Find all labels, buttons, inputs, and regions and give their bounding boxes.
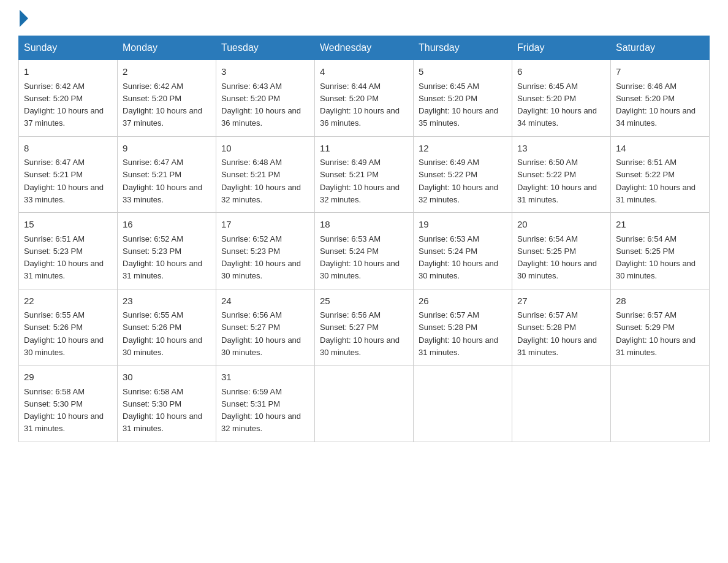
calendar-week-2: 8 Sunrise: 6:47 AMSunset: 5:21 PMDayligh… [19, 136, 710, 213]
day-header-wednesday: Wednesday [315, 36, 414, 60]
day-number: 6 [517, 65, 605, 79]
day-number: 18 [320, 218, 408, 232]
calendar-cell: 12 Sunrise: 6:49 AMSunset: 5:22 PMDaylig… [414, 136, 512, 213]
day-number: 29 [24, 370, 112, 385]
day-number: 1 [24, 65, 112, 79]
calendar-header-row: SundayMondayTuesdayWednesdayThursdayFrid… [19, 36, 710, 60]
day-number: 11 [320, 142, 408, 156]
calendar-week-4: 22 Sunrise: 6:55 AMSunset: 5:26 PMDaylig… [19, 289, 710, 366]
day-number: 3 [221, 65, 309, 79]
calendar-cell: 5 Sunrise: 6:45 AMSunset: 5:20 PMDayligh… [414, 60, 512, 137]
day-info: Sunrise: 6:50 AMSunset: 5:22 PMDaylight:… [517, 158, 597, 204]
calendar-cell: 29 Sunrise: 6:58 AMSunset: 5:30 PMDaylig… [19, 366, 118, 442]
day-info: Sunrise: 6:45 AMSunset: 5:20 PMDaylight:… [419, 82, 498, 128]
day-info: Sunrise: 6:48 AMSunset: 5:21 PMDaylight:… [221, 158, 301, 204]
day-info: Sunrise: 6:42 AMSunset: 5:20 PMDaylight:… [24, 82, 104, 128]
calendar-cell: 31 Sunrise: 6:59 AMSunset: 5:31 PMDaylig… [216, 366, 315, 442]
day-number: 12 [419, 142, 507, 156]
calendar-cell: 23 Sunrise: 6:55 AMSunset: 5:26 PMDaylig… [118, 289, 216, 366]
calendar-cell: 16 Sunrise: 6:52 AMSunset: 5:23 PMDaylig… [118, 213, 216, 289]
calendar-cell: 3 Sunrise: 6:43 AMSunset: 5:20 PMDayligh… [216, 60, 315, 137]
day-number: 7 [616, 65, 704, 79]
day-info: Sunrise: 6:43 AMSunset: 5:20 PMDaylight:… [221, 82, 301, 128]
day-info: Sunrise: 6:46 AMSunset: 5:20 PMDaylight:… [616, 82, 696, 128]
day-info: Sunrise: 6:51 AMSunset: 5:22 PMDaylight:… [616, 158, 696, 204]
day-number: 21 [616, 218, 704, 232]
day-number: 30 [123, 370, 211, 385]
calendar-cell: 22 Sunrise: 6:55 AMSunset: 5:26 PMDaylig… [19, 289, 118, 366]
day-number: 17 [221, 218, 309, 232]
day-number: 13 [517, 142, 605, 156]
page-header [18, 12, 710, 23]
day-header-sunday: Sunday [19, 36, 118, 60]
day-number: 9 [123, 142, 211, 156]
day-info: Sunrise: 6:57 AMSunset: 5:29 PMDaylight:… [616, 310, 696, 357]
day-info: Sunrise: 6:45 AMSunset: 5:20 PMDaylight:… [517, 82, 597, 128]
day-info: Sunrise: 6:44 AMSunset: 5:20 PMDaylight:… [320, 82, 400, 128]
calendar-cell: 13 Sunrise: 6:50 AMSunset: 5:22 PMDaylig… [512, 136, 611, 213]
day-info: Sunrise: 6:49 AMSunset: 5:21 PMDaylight:… [320, 158, 400, 204]
day-info: Sunrise: 6:51 AMSunset: 5:23 PMDaylight:… [24, 234, 104, 281]
calendar-cell: 18 Sunrise: 6:53 AMSunset: 5:24 PMDaylig… [315, 213, 414, 289]
calendar-cell: 27 Sunrise: 6:57 AMSunset: 5:28 PMDaylig… [512, 289, 611, 366]
calendar-cell: 2 Sunrise: 6:42 AMSunset: 5:20 PMDayligh… [118, 60, 216, 137]
calendar-cell: 11 Sunrise: 6:49 AMSunset: 5:21 PMDaylig… [315, 136, 414, 213]
day-number: 14 [616, 142, 704, 156]
calendar-cell: 30 Sunrise: 6:58 AMSunset: 5:30 PMDaylig… [118, 366, 216, 442]
calendar-cell [315, 366, 414, 442]
day-number: 31 [221, 370, 309, 385]
day-number: 28 [616, 294, 704, 308]
calendar-cell: 26 Sunrise: 6:57 AMSunset: 5:28 PMDaylig… [414, 289, 512, 366]
day-number: 23 [123, 294, 211, 308]
calendar-week-5: 29 Sunrise: 6:58 AMSunset: 5:30 PMDaylig… [19, 366, 710, 442]
day-info: Sunrise: 6:57 AMSunset: 5:28 PMDaylight:… [517, 310, 597, 357]
calendar-cell: 24 Sunrise: 6:56 AMSunset: 5:27 PMDaylig… [216, 289, 315, 366]
day-info: Sunrise: 6:53 AMSunset: 5:24 PMDaylight:… [419, 234, 498, 281]
calendar-cell: 15 Sunrise: 6:51 AMSunset: 5:23 PMDaylig… [19, 213, 118, 289]
day-info: Sunrise: 6:47 AMSunset: 5:21 PMDaylight:… [24, 158, 104, 204]
day-info: Sunrise: 6:42 AMSunset: 5:20 PMDaylight:… [123, 82, 202, 128]
day-number: 22 [24, 294, 112, 308]
calendar-cell [414, 366, 512, 442]
logo [18, 12, 28, 23]
calendar-cell: 4 Sunrise: 6:44 AMSunset: 5:20 PMDayligh… [315, 60, 414, 137]
calendar-cell [512, 366, 611, 442]
calendar-cell: 14 Sunrise: 6:51 AMSunset: 5:22 PMDaylig… [611, 136, 710, 213]
calendar-cell: 21 Sunrise: 6:54 AMSunset: 5:25 PMDaylig… [611, 213, 710, 289]
day-number: 2 [123, 65, 211, 79]
day-info: Sunrise: 6:57 AMSunset: 5:28 PMDaylight:… [419, 310, 498, 357]
day-number: 19 [419, 218, 507, 232]
day-number: 16 [123, 218, 211, 232]
day-number: 27 [517, 294, 605, 308]
calendar-week-1: 1 Sunrise: 6:42 AMSunset: 5:20 PMDayligh… [19, 60, 710, 137]
day-number: 25 [320, 294, 408, 308]
day-header-thursday: Thursday [414, 36, 512, 60]
day-info: Sunrise: 6:52 AMSunset: 5:23 PMDaylight:… [123, 234, 202, 281]
calendar-cell: 7 Sunrise: 6:46 AMSunset: 5:20 PMDayligh… [611, 60, 710, 137]
day-header-monday: Monday [118, 36, 216, 60]
day-info: Sunrise: 6:58 AMSunset: 5:30 PMDaylight:… [123, 387, 202, 434]
day-number: 24 [221, 294, 309, 308]
day-header-saturday: Saturday [611, 36, 710, 60]
day-info: Sunrise: 6:49 AMSunset: 5:22 PMDaylight:… [419, 158, 498, 204]
day-info: Sunrise: 6:47 AMSunset: 5:21 PMDaylight:… [123, 158, 202, 204]
calendar-table: SundayMondayTuesdayWednesdayThursdayFrid… [18, 36, 710, 442]
calendar-cell: 1 Sunrise: 6:42 AMSunset: 5:20 PMDayligh… [19, 60, 118, 137]
day-info: Sunrise: 6:55 AMSunset: 5:26 PMDaylight:… [123, 310, 202, 357]
calendar-cell [611, 366, 710, 442]
day-info: Sunrise: 6:56 AMSunset: 5:27 PMDaylight:… [221, 310, 301, 357]
day-info: Sunrise: 6:53 AMSunset: 5:24 PMDaylight:… [320, 234, 400, 281]
calendar-cell: 8 Sunrise: 6:47 AMSunset: 5:21 PMDayligh… [19, 136, 118, 213]
day-header-tuesday: Tuesday [216, 36, 315, 60]
day-number: 5 [419, 65, 507, 79]
calendar-cell: 10 Sunrise: 6:48 AMSunset: 5:21 PMDaylig… [216, 136, 315, 213]
calendar-cell: 19 Sunrise: 6:53 AMSunset: 5:24 PMDaylig… [414, 213, 512, 289]
logo-triangle-icon [20, 10, 28, 27]
day-info: Sunrise: 6:54 AMSunset: 5:25 PMDaylight:… [517, 234, 597, 281]
calendar-cell: 28 Sunrise: 6:57 AMSunset: 5:29 PMDaylig… [611, 289, 710, 366]
day-info: Sunrise: 6:59 AMSunset: 5:31 PMDaylight:… [221, 387, 301, 434]
calendar-cell: 25 Sunrise: 6:56 AMSunset: 5:27 PMDaylig… [315, 289, 414, 366]
day-header-friday: Friday [512, 36, 611, 60]
day-number: 15 [24, 218, 112, 232]
calendar-cell: 17 Sunrise: 6:52 AMSunset: 5:23 PMDaylig… [216, 213, 315, 289]
